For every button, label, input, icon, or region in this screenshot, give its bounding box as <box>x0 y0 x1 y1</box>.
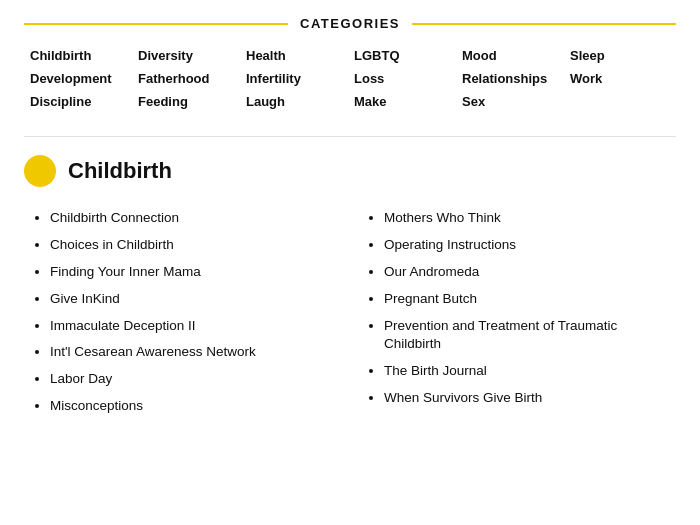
childbirth-lists: Childbirth Connection Choices in Childbi… <box>24 205 676 420</box>
category-empty <box>568 91 672 112</box>
category-health[interactable]: Health <box>244 45 348 66</box>
category-fatherhood[interactable]: Fatherhood <box>136 68 240 89</box>
category-discipline[interactable]: Discipline <box>28 91 132 112</box>
category-feeding[interactable]: Feeding <box>136 91 240 112</box>
list-item: Misconceptions <box>50 393 342 420</box>
list-item: Prevention and Treatment of Traumatic Ch… <box>384 313 676 359</box>
childbirth-left-list: Childbirth Connection Choices in Childbi… <box>32 205 342 420</box>
categories-title: CATEGORIES <box>288 16 412 31</box>
list-item: Operating Instructions <box>384 232 676 259</box>
category-lgbtq[interactable]: LGBTQ <box>352 45 456 66</box>
category-laugh[interactable]: Laugh <box>244 91 348 112</box>
categories-section: CATEGORIES Childbirth Diversity Health L… <box>0 0 700 120</box>
header-line-left <box>24 23 288 25</box>
section-divider <box>24 136 676 137</box>
category-sleep[interactable]: Sleep <box>568 45 672 66</box>
list-item: Immaculate Deception II <box>50 313 342 340</box>
list-item: Childbirth Connection <box>50 205 342 232</box>
list-item: Int'l Cesarean Awareness Network <box>50 339 342 366</box>
list-item: Mothers Who Think <box>384 205 676 232</box>
list-item: Pregnant Butch <box>384 286 676 313</box>
childbirth-right-list: Mothers Who Think Operating Instructions… <box>366 205 676 420</box>
list-item: Give InKind <box>50 286 342 313</box>
categories-grid: Childbirth Diversity Health LGBTQ Mood S… <box>24 45 676 112</box>
category-sex[interactable]: Sex <box>460 91 564 112</box>
list-item: Our Andromeda <box>384 259 676 286</box>
category-loss[interactable]: Loss <box>352 68 456 89</box>
category-work[interactable]: Work <box>568 68 672 89</box>
category-relationships[interactable]: Relationships <box>460 68 564 89</box>
list-item: Labor Day <box>50 366 342 393</box>
category-development[interactable]: Development <box>28 68 132 89</box>
list-item: The Birth Journal <box>384 358 676 385</box>
list-item: Finding Your Inner Mama <box>50 259 342 286</box>
list-item: Choices in Childbirth <box>50 232 342 259</box>
childbirth-section: Childbirth Childbirth Connection Choices… <box>0 155 700 444</box>
categories-header: CATEGORIES <box>24 16 676 31</box>
childbirth-section-title: Childbirth <box>68 158 172 184</box>
category-make[interactable]: Make <box>352 91 456 112</box>
category-infertility[interactable]: Infertility <box>244 68 348 89</box>
childbirth-heading: Childbirth <box>24 155 676 187</box>
yellow-circle-icon <box>24 155 56 187</box>
header-line-right <box>412 23 676 25</box>
category-childbirth[interactable]: Childbirth <box>28 45 132 66</box>
category-diversity[interactable]: Diversity <box>136 45 240 66</box>
category-mood[interactable]: Mood <box>460 45 564 66</box>
list-item: When Survivors Give Birth <box>384 385 676 412</box>
